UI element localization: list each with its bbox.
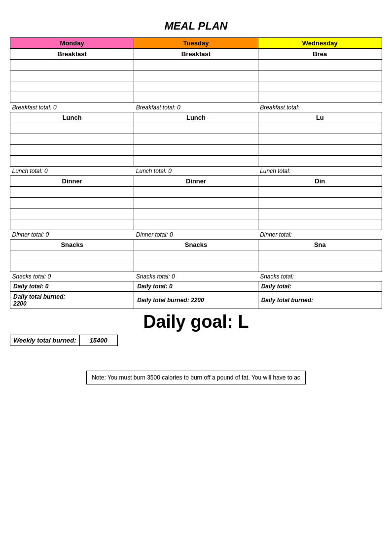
snacks-row-1 — [10, 250, 382, 261]
breakfast-total-tue: Breakfast total: 0 — [134, 103, 258, 112]
note-text: Note: You must burn 3500 calories to bur… — [86, 371, 306, 384]
meal-plan-table: Monday Tuesday Wednesday Breakfast Break… — [10, 37, 382, 309]
lunch-row-3 — [10, 145, 382, 156]
snacks-row-2 — [10, 261, 382, 272]
lunch-row-1 — [10, 123, 382, 134]
breakfast-label-tue: Breakfast — [134, 49, 258, 60]
lunch-total-mon: Lunch total: 0 — [10, 167, 134, 176]
breakfast-total-row: Breakfast total: 0 Breakfast total: 0 Br… — [10, 103, 382, 112]
tuesday-header: Tuesday — [134, 38, 258, 49]
dinner-row-1 — [10, 187, 382, 198]
daily-total-row: Daily total: 0 Daily total: 0 Daily tota… — [10, 281, 382, 292]
lunch-row-4 — [10, 156, 382, 167]
weekly-burned-value: 15400 — [79, 335, 117, 346]
note-container: Note: You must burn 3500 calories to bur… — [10, 356, 382, 384]
weekly-section: Weekly total burned: 15400 — [10, 335, 382, 346]
dinner-header-row: Dinner Dinner Din — [10, 176, 382, 187]
breakfast-label-wed: Brea — [258, 49, 382, 60]
daily-total-mon: Daily total: 0 — [10, 281, 134, 292]
lunch-total-tue: Lunch total: 0 — [134, 167, 258, 176]
snacks-total-wed: Snacks total: — [258, 272, 382, 281]
breakfast-row-1 — [10, 60, 382, 70]
snacks-label-tue: Snacks — [134, 240, 258, 250]
breakfast-header-row: Breakfast Breakfast Brea — [10, 49, 382, 60]
wednesday-header: Wednesday — [258, 38, 382, 49]
daily-burned-mon: Daily total burned:2200 — [10, 292, 134, 309]
daily-total-wed: Daily total: — [258, 281, 382, 292]
daily-burned-row: Daily total burned:2200 Daily total burn… — [10, 292, 382, 309]
lunch-label-tue: Lunch — [134, 112, 258, 123]
monday-header: Monday — [10, 38, 134, 49]
weekly-burned-label: Weekly total burned: — [10, 335, 80, 346]
dinner-total-row: Dinner total: 0 Dinner total: 0 Dinner t… — [10, 230, 382, 240]
dinner-label-tue: Dinner — [134, 176, 258, 187]
dinner-total-wed: Dinner total: — [258, 230, 382, 240]
breakfast-row-3 — [10, 81, 382, 92]
snacks-total-tue: Snacks total: 0 — [134, 272, 258, 281]
breakfast-total-mon: Breakfast total: 0 — [10, 103, 134, 112]
lunch-label-wed: Lu — [258, 112, 382, 123]
snacks-total-mon: Snacks total: 0 — [10, 272, 134, 281]
snacks-total-row: Snacks total: 0 Snacks total: 0 Snacks t… — [10, 272, 382, 281]
dinner-total-mon: Dinner total: 0 — [10, 230, 134, 240]
breakfast-row-2 — [10, 70, 382, 81]
dinner-row-2 — [10, 198, 382, 208]
daily-goal-display: Daily goal: L — [10, 312, 382, 332]
dinner-row-4 — [10, 219, 382, 230]
lunch-total-row: Lunch total: 0 Lunch total: 0 Lunch tota… — [10, 167, 382, 176]
breakfast-total-wed: Breakfast total: — [258, 103, 382, 112]
dinner-label-wed: Din — [258, 176, 382, 187]
snacks-header-row: Snacks Snacks Sna — [10, 240, 382, 250]
snacks-label-wed: Sna — [258, 240, 382, 250]
daily-total-tue: Daily total: 0 — [134, 281, 258, 292]
lunch-row-2 — [10, 134, 382, 145]
lunch-header-row: Lunch Lunch Lu — [10, 112, 382, 123]
breakfast-row-4 — [10, 92, 382, 103]
dinner-total-tue: Dinner total: 0 — [134, 230, 258, 240]
daily-burned-tue: Daily total burned: 2200 — [134, 292, 258, 309]
snacks-label-mon: Snacks — [10, 240, 134, 250]
dinner-row-3 — [10, 208, 382, 219]
daily-burned-wed: Daily total burned: — [258, 292, 382, 309]
page-title: MEAL PLAN — [10, 20, 382, 33]
lunch-total-wed: Lunch total: — [258, 167, 382, 176]
breakfast-label-mon: Breakfast — [10, 49, 134, 60]
dinner-label-mon: Dinner — [10, 176, 134, 187]
lunch-label-mon: Lunch — [10, 112, 134, 123]
